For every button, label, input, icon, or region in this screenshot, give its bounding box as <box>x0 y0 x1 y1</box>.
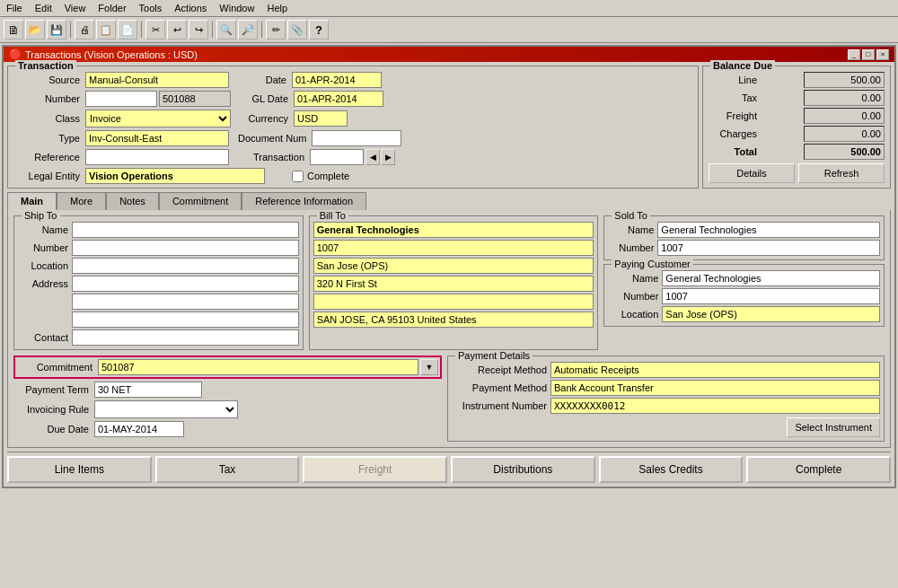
window-minimize[interactable]: _ <box>848 49 860 60</box>
freight-button[interactable]: Freight <box>303 456 447 483</box>
tx-btn-1[interactable]: ◀ <box>365 149 380 165</box>
toolbar-zoom[interactable]: 🔎 <box>238 20 258 39</box>
window-frame: 🔴 Transactions (Vision Operations : USD)… <box>2 45 896 488</box>
toolbar-find[interactable]: 🔍 <box>216 20 236 39</box>
menu-actions[interactable]: Actions <box>172 2 209 14</box>
tx-btn-2[interactable]: ▶ <box>381 149 395 165</box>
menu-help[interactable]: Help <box>264 2 290 14</box>
bill-name-input[interactable] <box>313 222 594 238</box>
due-date-input[interactable] <box>94 421 184 437</box>
paying-name-input[interactable] <box>662 270 880 286</box>
currency-input[interactable] <box>294 110 348 127</box>
toolbar-new[interactable]: 🗎 <box>4 20 23 39</box>
toolbar-print[interactable]: 🖨 <box>75 20 94 39</box>
details-button[interactable]: Details <box>709 163 795 183</box>
instrument-number-input[interactable] <box>550 398 880 414</box>
menu-edit[interactable]: Edit <box>32 2 55 14</box>
bill-addr2-input[interactable] <box>313 294 594 310</box>
toolbar: 🗎 📂 💾 🖨 📋 📄 ✂ ↩ ↪ 🔍 🔎 ✏ 📎 ? <box>0 17 898 43</box>
tx-row-5: Reference Transaction ◀ ▶ <box>13 149 692 165</box>
complete-button[interactable]: Complete <box>746 456 891 483</box>
menu-window[interactable]: Window <box>216 2 257 14</box>
source-input[interactable] <box>85 72 229 88</box>
toolbar-save[interactable]: 💾 <box>47 20 66 39</box>
gldate-input[interactable] <box>294 91 383 107</box>
toolbar-paste[interactable]: 📄 <box>118 20 137 39</box>
bottom-buttons: Line Items Tax Freight Distributions Sal… <box>7 452 891 483</box>
date-input[interactable] <box>292 72 382 88</box>
balance-total-label: Total <box>709 146 762 157</box>
menu-bar: File Edit View Folder Tools Actions Wind… <box>0 0 898 17</box>
balance-freight-label: Freight <box>709 110 762 121</box>
toolbar-edit2[interactable]: ✏ <box>266 20 286 39</box>
payment-method-input[interactable] <box>550 380 880 396</box>
bill-street-input[interactable] <box>313 276 594 292</box>
select-instrument-button[interactable]: Select Instrument <box>787 417 880 437</box>
balance-line-label: Line <box>709 75 762 85</box>
toolbar-attach[interactable]: 📎 <box>287 20 307 39</box>
toolbar-cut[interactable]: ✂ <box>145 20 165 39</box>
receipt-method-input[interactable] <box>550 362 880 378</box>
toolbar-undo[interactable]: ↩ <box>167 20 187 39</box>
window-close[interactable]: × <box>876 49 889 60</box>
balance-due-label: Balance Due <box>710 60 775 71</box>
ship-name-input[interactable] <box>72 222 299 238</box>
refresh-button[interactable]: Refresh <box>798 163 885 183</box>
bill-to-label: Bill To <box>317 210 348 221</box>
class-select[interactable]: Invoice <box>85 110 231 127</box>
window-maximize[interactable]: □ <box>862 49 875 60</box>
paying-number-input[interactable] <box>662 288 880 304</box>
balance-charges-row: Charges <box>709 126 885 142</box>
bill-city-input[interactable] <box>313 258 594 274</box>
toolbar-open[interactable]: 📂 <box>25 20 45 39</box>
line-items-button[interactable]: Line Items <box>7 456 152 483</box>
bill-number-input[interactable] <box>313 240 594 256</box>
menu-file[interactable]: File <box>4 2 25 14</box>
balance-tax-value <box>804 90 885 106</box>
payment-term-input[interactable] <box>94 382 202 398</box>
date-label: Date <box>238 75 292 85</box>
paying-location-input[interactable] <box>662 306 880 322</box>
payment-term-label: Payment Term <box>13 384 94 395</box>
sold-name-input[interactable] <box>657 222 880 238</box>
transaction-input[interactable] <box>310 149 364 165</box>
distributions-button[interactable]: Distributions <box>451 456 595 483</box>
toolbar-redo[interactable]: ↪ <box>189 20 208 39</box>
legal-entity-input[interactable] <box>85 168 265 184</box>
menu-folder[interactable]: Folder <box>95 2 128 14</box>
bill-full-addr-input[interactable] <box>313 312 594 328</box>
ship-to-section: Ship To Name Number Location Address <box>13 215 304 350</box>
commitment-btn[interactable]: ▼ <box>420 359 438 375</box>
ship-addr2-input[interactable] <box>72 294 299 310</box>
tab-more[interactable]: More <box>57 192 106 210</box>
ship-address-input[interactable] <box>72 276 299 292</box>
menu-view[interactable]: View <box>62 2 89 14</box>
tab-main[interactable]: Main <box>7 192 57 210</box>
balance-due-group: Balance Due Line Tax Freight Charges <box>702 66 891 189</box>
toolbar-help[interactable]: ? <box>309 20 329 39</box>
toolbar-copy[interactable]: 📋 <box>96 20 116 39</box>
ship-number-input[interactable] <box>72 240 299 256</box>
commitment-input[interactable] <box>98 359 418 375</box>
number-label: Number <box>13 93 85 104</box>
tab-commitment[interactable]: Commitment <box>159 192 242 210</box>
ship-contact-input[interactable] <box>72 329 299 346</box>
type-input[interactable] <box>85 130 229 146</box>
transaction-buttons: ◀ ▶ <box>365 149 395 165</box>
docnum-input[interactable] <box>312 130 401 146</box>
number-input[interactable] <box>85 91 157 107</box>
complete-checkbox[interactable] <box>292 171 304 182</box>
commitment-label: Commitment <box>17 362 98 373</box>
ship-addr3-input[interactable] <box>72 312 299 328</box>
source-label: Source <box>13 75 85 85</box>
sold-number-input[interactable] <box>657 240 880 256</box>
menu-tools[interactable]: Tools <box>136 2 165 14</box>
sales-credits-button[interactable]: Sales Credits <box>599 456 744 483</box>
tax-button[interactable]: Tax <box>155 456 300 483</box>
reference-input[interactable] <box>85 149 229 165</box>
tab-reference-info[interactable]: Reference Information <box>242 192 366 210</box>
number-value-input[interactable] <box>159 91 231 107</box>
ship-location-input[interactable] <box>72 258 299 274</box>
tab-notes[interactable]: Notes <box>106 192 159 210</box>
invoicing-rule-select[interactable] <box>94 400 238 418</box>
